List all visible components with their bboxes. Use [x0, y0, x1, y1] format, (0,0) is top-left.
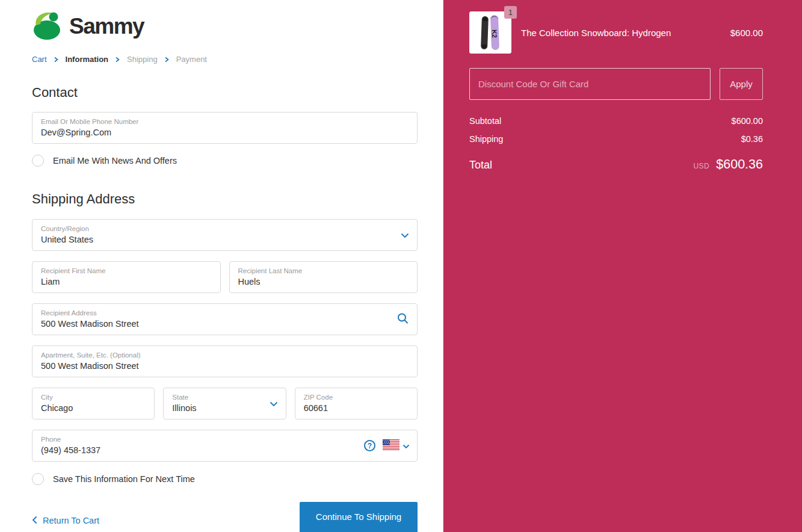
- apartment-input[interactable]: [41, 359, 409, 373]
- breadcrumb: Cart Information Shipping Payment: [32, 55, 418, 64]
- address-label: Recipient Address: [41, 309, 409, 317]
- total-value: $600.36: [716, 157, 763, 172]
- zip-label: ZIP Code: [304, 393, 409, 401]
- name-fields-row: Recipient First Name Recipient Last Name: [32, 261, 418, 293]
- email-field[interactable]: Email Or Mobile Phone Number: [32, 112, 418, 144]
- return-to-cart-label: Return To Cart: [43, 516, 99, 525]
- chevron-left-icon: [32, 516, 37, 526]
- form-actions-row: Return To Cart Continue To Shipping: [32, 502, 418, 532]
- save-info-checkbox-row[interactable]: Save This Information For Next Time: [32, 473, 418, 485]
- last-name-input[interactable]: [238, 275, 409, 288]
- currency-code: USD: [693, 162, 709, 170]
- country-select[interactable]: Country/Region United States: [32, 219, 418, 251]
- chevron-right-icon: [115, 57, 120, 63]
- phone-field[interactable]: Phone ?: [32, 430, 418, 462]
- svg-text:K2: K2: [491, 29, 498, 38]
- save-info-checkbox[interactable]: [32, 473, 44, 485]
- apply-discount-button[interactable]: Apply: [720, 68, 763, 100]
- apartment-label: Apartment, Suite, Etc. (Optional): [41, 351, 409, 359]
- phone-help-icon[interactable]: ?: [364, 440, 375, 451]
- total-amount-group: USD $600.36: [693, 157, 763, 172]
- news-offers-label: Email Me With News And Offers: [53, 156, 177, 165]
- line-item-row: K2 1 The Collection Snowboard: Hydrogen …: [469, 11, 763, 54]
- state-label: State: [172, 393, 277, 401]
- apartment-field[interactable]: Apartment, Suite, Etc. (Optional): [32, 345, 418, 377]
- first-name-input[interactable]: [41, 275, 212, 288]
- phone-input[interactable]: [41, 444, 342, 457]
- checkout-form-panel: Sammy Cart Information Shipping Payment …: [0, 0, 443, 532]
- address-input[interactable]: [41, 317, 390, 330]
- shipping-label: Shipping: [469, 134, 503, 144]
- news-offers-checkbox[interactable]: [32, 155, 44, 167]
- chevron-right-icon: [54, 57, 59, 63]
- breadcrumb-cart[interactable]: Cart: [32, 55, 47, 64]
- city-input[interactable]: [41, 401, 146, 415]
- chevron-right-icon: [164, 57, 170, 63]
- shipping-address-heading: Shipping Address: [32, 191, 418, 207]
- breadcrumb-payment: Payment: [176, 55, 207, 64]
- subtotal-row: Subtotal $600.00: [469, 116, 763, 126]
- total-label: Total: [469, 159, 492, 172]
- first-name-label: Recipient First Name: [41, 267, 212, 275]
- order-summary-panel: K2 1 The Collection Snowboard: Hydrogen …: [443, 0, 802, 532]
- search-icon[interactable]: [397, 312, 409, 326]
- sammy-logo-icon: [32, 10, 63, 43]
- city-label: City: [41, 393, 146, 401]
- country-value: United States: [41, 233, 409, 246]
- email-input[interactable]: [41, 126, 409, 139]
- last-name-field[interactable]: Recipient Last Name: [229, 261, 418, 293]
- news-offers-checkbox-row[interactable]: Email Me With News And Offers: [32, 155, 418, 167]
- email-field-label: Email Or Mobile Phone Number: [41, 117, 409, 126]
- totals-section: Subtotal $600.00 Shipping $0.36 Total US…: [469, 116, 763, 172]
- city-state-zip-row: City State Illinois ZIP Code: [32, 388, 418, 419]
- breadcrumb-information: Information: [66, 55, 109, 64]
- last-name-label: Recipient Last Name: [238, 267, 409, 275]
- us-flag-icon: [383, 439, 399, 453]
- phone-field-icons: ?: [364, 439, 410, 453]
- zip-field[interactable]: ZIP Code: [295, 388, 418, 419]
- product-thumbnail: K2 1: [469, 11, 511, 54]
- save-info-label: Save This Information For Next Time: [53, 474, 195, 484]
- return-to-cart-link[interactable]: Return To Cart: [32, 516, 99, 526]
- store-name: Sammy: [69, 14, 144, 39]
- phone-country-selector[interactable]: [383, 439, 410, 453]
- subtotal-value: $600.00: [732, 116, 763, 126]
- total-row: Total USD $600.36: [469, 157, 763, 172]
- continue-to-shipping-button[interactable]: Continue To Shipping: [300, 502, 418, 532]
- country-label: Country/Region: [41, 224, 409, 233]
- quantity-badge: 1: [504, 6, 517, 19]
- discount-row: Apply: [469, 68, 763, 100]
- shipping-value: $0.36: [741, 134, 763, 144]
- breadcrumb-shipping: Shipping: [127, 55, 158, 64]
- chevron-down-icon: [403, 441, 410, 451]
- state-value: Illinois: [172, 401, 277, 415]
- chevron-down-icon: [270, 398, 278, 409]
- zip-input[interactable]: [304, 401, 409, 415]
- checkout-page: Sammy Cart Information Shipping Payment …: [0, 0, 802, 532]
- address-field[interactable]: Recipient Address: [32, 303, 418, 335]
- chevron-down-icon: [401, 230, 409, 241]
- city-field[interactable]: City: [32, 388, 155, 419]
- phone-label: Phone: [41, 435, 409, 444]
- discount-code-input[interactable]: [469, 68, 711, 100]
- subtotal-label: Subtotal: [469, 116, 501, 126]
- first-name-field[interactable]: Recipient First Name: [32, 261, 221, 293]
- store-logo-link[interactable]: Sammy: [32, 10, 418, 43]
- shipping-row: Shipping $0.36: [469, 134, 763, 144]
- contact-heading: Contact: [32, 85, 418, 101]
- state-select[interactable]: State Illinois: [163, 388, 286, 419]
- product-name: The Collection Snowboard: Hydrogen: [521, 28, 730, 38]
- product-price: $600.00: [730, 28, 763, 38]
